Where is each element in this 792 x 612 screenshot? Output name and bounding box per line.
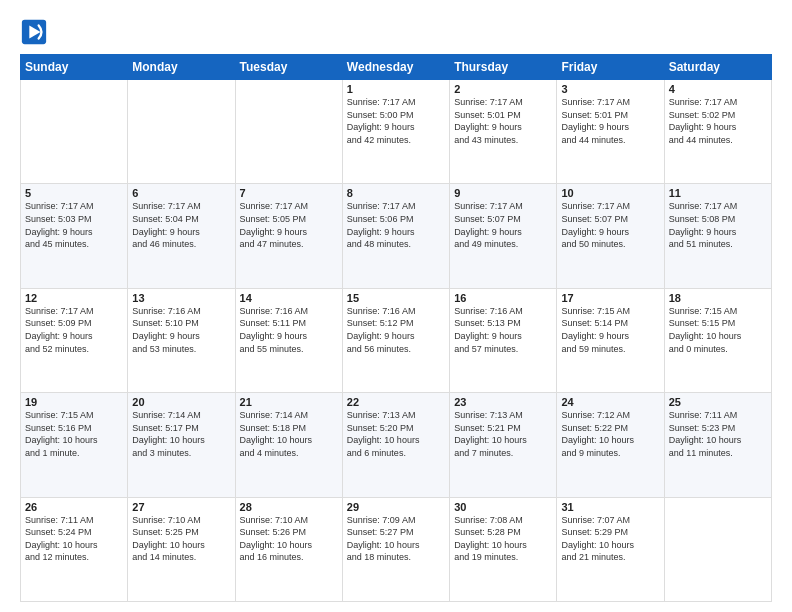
day-info: Sunrise: 7:08 AM Sunset: 5:28 PM Dayligh…	[454, 514, 552, 564]
logo-icon	[20, 18, 48, 46]
day-info: Sunrise: 7:13 AM Sunset: 5:21 PM Dayligh…	[454, 409, 552, 459]
day-info: Sunrise: 7:16 AM Sunset: 5:13 PM Dayligh…	[454, 305, 552, 355]
day-info: Sunrise: 7:17 AM Sunset: 5:00 PM Dayligh…	[347, 96, 445, 146]
day-info: Sunrise: 7:17 AM Sunset: 5:02 PM Dayligh…	[669, 96, 767, 146]
calendar-cell: 5Sunrise: 7:17 AM Sunset: 5:03 PM Daylig…	[21, 184, 128, 288]
day-number: 27	[132, 501, 230, 513]
calendar-header-row: SundayMondayTuesdayWednesdayThursdayFrid…	[21, 55, 772, 80]
calendar-cell: 14Sunrise: 7:16 AM Sunset: 5:11 PM Dayli…	[235, 288, 342, 392]
day-number: 2	[454, 83, 552, 95]
day-info: Sunrise: 7:11 AM Sunset: 5:24 PM Dayligh…	[25, 514, 123, 564]
calendar-cell: 15Sunrise: 7:16 AM Sunset: 5:12 PM Dayli…	[342, 288, 449, 392]
day-number: 20	[132, 396, 230, 408]
day-info: Sunrise: 7:16 AM Sunset: 5:11 PM Dayligh…	[240, 305, 338, 355]
calendar-cell: 26Sunrise: 7:11 AM Sunset: 5:24 PM Dayli…	[21, 497, 128, 601]
header	[20, 18, 772, 46]
day-info: Sunrise: 7:17 AM Sunset: 5:01 PM Dayligh…	[561, 96, 659, 146]
page: SundayMondayTuesdayWednesdayThursdayFrid…	[0, 0, 792, 612]
day-number: 30	[454, 501, 552, 513]
day-number: 25	[669, 396, 767, 408]
logo	[20, 18, 50, 46]
day-info: Sunrise: 7:17 AM Sunset: 5:09 PM Dayligh…	[25, 305, 123, 355]
calendar-week-row: 19Sunrise: 7:15 AM Sunset: 5:16 PM Dayli…	[21, 393, 772, 497]
day-info: Sunrise: 7:15 AM Sunset: 5:14 PM Dayligh…	[561, 305, 659, 355]
day-number: 29	[347, 501, 445, 513]
day-number: 8	[347, 187, 445, 199]
calendar-cell: 19Sunrise: 7:15 AM Sunset: 5:16 PM Dayli…	[21, 393, 128, 497]
calendar-cell: 7Sunrise: 7:17 AM Sunset: 5:05 PM Daylig…	[235, 184, 342, 288]
day-info: Sunrise: 7:14 AM Sunset: 5:17 PM Dayligh…	[132, 409, 230, 459]
calendar-cell: 23Sunrise: 7:13 AM Sunset: 5:21 PM Dayli…	[450, 393, 557, 497]
calendar-cell: 28Sunrise: 7:10 AM Sunset: 5:26 PM Dayli…	[235, 497, 342, 601]
day-number: 19	[25, 396, 123, 408]
day-info: Sunrise: 7:13 AM Sunset: 5:20 PM Dayligh…	[347, 409, 445, 459]
day-number: 5	[25, 187, 123, 199]
day-number: 11	[669, 187, 767, 199]
day-number: 14	[240, 292, 338, 304]
weekday-header: Wednesday	[342, 55, 449, 80]
calendar-cell: 21Sunrise: 7:14 AM Sunset: 5:18 PM Dayli…	[235, 393, 342, 497]
day-info: Sunrise: 7:17 AM Sunset: 5:05 PM Dayligh…	[240, 200, 338, 250]
day-info: Sunrise: 7:15 AM Sunset: 5:15 PM Dayligh…	[669, 305, 767, 355]
calendar-cell: 20Sunrise: 7:14 AM Sunset: 5:17 PM Dayli…	[128, 393, 235, 497]
weekday-header: Tuesday	[235, 55, 342, 80]
day-info: Sunrise: 7:17 AM Sunset: 5:04 PM Dayligh…	[132, 200, 230, 250]
day-number: 24	[561, 396, 659, 408]
calendar-cell: 22Sunrise: 7:13 AM Sunset: 5:20 PM Dayli…	[342, 393, 449, 497]
day-number: 10	[561, 187, 659, 199]
day-info: Sunrise: 7:10 AM Sunset: 5:25 PM Dayligh…	[132, 514, 230, 564]
calendar-cell	[128, 80, 235, 184]
day-number: 18	[669, 292, 767, 304]
day-info: Sunrise: 7:09 AM Sunset: 5:27 PM Dayligh…	[347, 514, 445, 564]
calendar-cell: 1Sunrise: 7:17 AM Sunset: 5:00 PM Daylig…	[342, 80, 449, 184]
calendar-cell: 17Sunrise: 7:15 AM Sunset: 5:14 PM Dayli…	[557, 288, 664, 392]
calendar-week-row: 5Sunrise: 7:17 AM Sunset: 5:03 PM Daylig…	[21, 184, 772, 288]
calendar-cell	[21, 80, 128, 184]
calendar-cell: 12Sunrise: 7:17 AM Sunset: 5:09 PM Dayli…	[21, 288, 128, 392]
calendar-cell: 30Sunrise: 7:08 AM Sunset: 5:28 PM Dayli…	[450, 497, 557, 601]
calendar-week-row: 12Sunrise: 7:17 AM Sunset: 5:09 PM Dayli…	[21, 288, 772, 392]
day-number: 22	[347, 396, 445, 408]
day-info: Sunrise: 7:17 AM Sunset: 5:01 PM Dayligh…	[454, 96, 552, 146]
day-info: Sunrise: 7:15 AM Sunset: 5:16 PM Dayligh…	[25, 409, 123, 459]
calendar-cell: 2Sunrise: 7:17 AM Sunset: 5:01 PM Daylig…	[450, 80, 557, 184]
day-info: Sunrise: 7:17 AM Sunset: 5:07 PM Dayligh…	[561, 200, 659, 250]
calendar-cell: 9Sunrise: 7:17 AM Sunset: 5:07 PM Daylig…	[450, 184, 557, 288]
calendar-cell	[664, 497, 771, 601]
day-info: Sunrise: 7:17 AM Sunset: 5:08 PM Dayligh…	[669, 200, 767, 250]
calendar-cell: 4Sunrise: 7:17 AM Sunset: 5:02 PM Daylig…	[664, 80, 771, 184]
day-info: Sunrise: 7:17 AM Sunset: 5:03 PM Dayligh…	[25, 200, 123, 250]
day-number: 16	[454, 292, 552, 304]
day-number: 6	[132, 187, 230, 199]
day-number: 12	[25, 292, 123, 304]
calendar-cell: 27Sunrise: 7:10 AM Sunset: 5:25 PM Dayli…	[128, 497, 235, 601]
calendar-week-row: 1Sunrise: 7:17 AM Sunset: 5:00 PM Daylig…	[21, 80, 772, 184]
weekday-header: Thursday	[450, 55, 557, 80]
calendar-cell: 24Sunrise: 7:12 AM Sunset: 5:22 PM Dayli…	[557, 393, 664, 497]
weekday-header: Sunday	[21, 55, 128, 80]
calendar-cell: 31Sunrise: 7:07 AM Sunset: 5:29 PM Dayli…	[557, 497, 664, 601]
calendar-cell: 25Sunrise: 7:11 AM Sunset: 5:23 PM Dayli…	[664, 393, 771, 497]
calendar-cell	[235, 80, 342, 184]
weekday-header: Friday	[557, 55, 664, 80]
day-number: 31	[561, 501, 659, 513]
day-info: Sunrise: 7:12 AM Sunset: 5:22 PM Dayligh…	[561, 409, 659, 459]
day-number: 28	[240, 501, 338, 513]
day-number: 21	[240, 396, 338, 408]
day-info: Sunrise: 7:14 AM Sunset: 5:18 PM Dayligh…	[240, 409, 338, 459]
day-number: 17	[561, 292, 659, 304]
day-info: Sunrise: 7:16 AM Sunset: 5:12 PM Dayligh…	[347, 305, 445, 355]
calendar-cell: 11Sunrise: 7:17 AM Sunset: 5:08 PM Dayli…	[664, 184, 771, 288]
day-number: 3	[561, 83, 659, 95]
day-info: Sunrise: 7:11 AM Sunset: 5:23 PM Dayligh…	[669, 409, 767, 459]
day-number: 1	[347, 83, 445, 95]
calendar-cell: 29Sunrise: 7:09 AM Sunset: 5:27 PM Dayli…	[342, 497, 449, 601]
day-number: 23	[454, 396, 552, 408]
calendar-cell: 13Sunrise: 7:16 AM Sunset: 5:10 PM Dayli…	[128, 288, 235, 392]
day-number: 7	[240, 187, 338, 199]
weekday-header: Monday	[128, 55, 235, 80]
calendar-cell: 18Sunrise: 7:15 AM Sunset: 5:15 PM Dayli…	[664, 288, 771, 392]
day-info: Sunrise: 7:10 AM Sunset: 5:26 PM Dayligh…	[240, 514, 338, 564]
calendar-cell: 8Sunrise: 7:17 AM Sunset: 5:06 PM Daylig…	[342, 184, 449, 288]
day-number: 26	[25, 501, 123, 513]
